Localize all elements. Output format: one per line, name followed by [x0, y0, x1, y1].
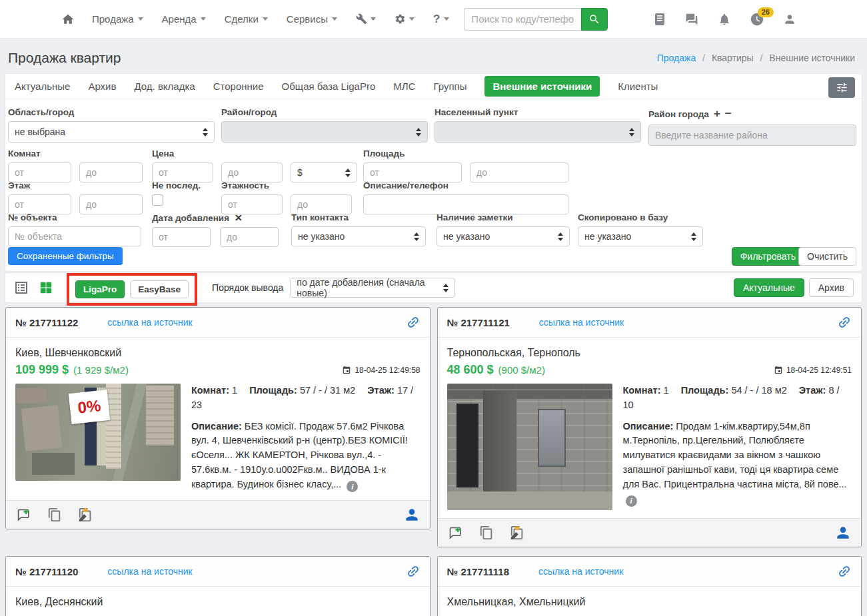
clear-filter-button[interactable]: Очистить — [798, 247, 856, 266]
chevron-down-icon — [138, 17, 143, 21]
date-to-input[interactable] — [220, 227, 279, 247]
link-chain-icon[interactable] — [834, 312, 854, 332]
select-arrows-icon — [414, 232, 419, 241]
rooms-from-input[interactable] — [8, 162, 71, 182]
filter-date-added: Дата добавления✕ — [152, 212, 279, 247]
not-last-floor-checkbox[interactable] — [152, 194, 163, 206]
area-from-input[interactable] — [363, 162, 462, 182]
journal-icon[interactable] — [654, 13, 666, 26]
search-button[interactable] — [581, 8, 608, 31]
info-icon[interactable]: i — [626, 495, 637, 507]
tab-third-party[interactable]: Сторонние — [213, 81, 264, 92]
settlement-select[interactable] — [434, 121, 641, 143]
area-to-input[interactable] — [470, 162, 568, 182]
settings-menu[interactable] — [395, 13, 415, 25]
breadcrumb: Продажа / Квартиры / Внешние источники — [657, 53, 855, 63]
copy-icon[interactable] — [47, 507, 62, 522]
object-number-input[interactable] — [8, 226, 141, 246]
rooms-to-input[interactable] — [79, 162, 143, 182]
history-clock-icon[interactable]: 26 — [750, 12, 764, 27]
saved-filters-button[interactable]: Сохраненные фильтры — [8, 247, 123, 265]
grid-view-icon[interactable] — [39, 280, 53, 295]
source-ligapro-button[interactable]: LigaPro — [75, 280, 125, 298]
floor-from-input[interactable] — [8, 194, 71, 214]
listing-photo[interactable] — [447, 384, 612, 510]
filter-button[interactable]: Фильтровать — [732, 247, 804, 266]
list-view-icon[interactable] — [13, 280, 29, 296]
tab-external-sources[interactable]: Внешние источники — [484, 76, 600, 97]
tab-actual[interactable]: Актуальные — [15, 81, 70, 92]
price-to-input[interactable] — [221, 162, 283, 182]
area-value: 54 / - / 18 м2 — [731, 385, 786, 396]
tab-clients[interactable]: Клиенты — [618, 81, 658, 92]
copy-icon[interactable] — [479, 525, 494, 540]
copied-to-base-select[interactable]: не указано — [578, 226, 703, 246]
nav-menu-sales[interactable]: Продажа — [92, 13, 143, 25]
link-chain-icon[interactable] — [834, 561, 854, 581]
bell-icon[interactable] — [718, 13, 731, 26]
link-chain-icon[interactable] — [403, 312, 423, 332]
main-menu: Продажа Аренда Сделки Сервисы ? — [92, 13, 449, 26]
card-header: № 217711120 ссылка на источник — [6, 557, 430, 587]
price-from-input[interactable] — [152, 162, 213, 182]
breadcrumb-sales[interactable]: Продажа — [657, 53, 696, 63]
nav-menu-services[interactable]: Сервисы — [287, 13, 337, 25]
nav-menu-deals[interactable]: Сделки — [225, 13, 268, 25]
copy-edit-icon[interactable] — [78, 507, 93, 522]
tab-additional[interactable]: Дод. вкладка — [134, 81, 195, 92]
nav-menu-rent[interactable]: Аренда — [162, 13, 206, 25]
filter-area: Площадь — [363, 149, 568, 182]
listing-location: Тернопольская, Тернополь — [447, 347, 852, 359]
floors-total-to-input[interactable] — [291, 194, 352, 214]
contact-type-select[interactable]: не указано — [291, 226, 426, 246]
select-arrows-icon — [416, 128, 421, 137]
status-archive-button[interactable]: Архив — [809, 278, 854, 297]
description-phone-input[interactable] — [363, 194, 568, 214]
tab-archive[interactable]: Архив — [88, 81, 116, 92]
search-input[interactable] — [464, 8, 581, 31]
floors-total-from-input[interactable] — [221, 194, 283, 214]
city-district-input[interactable] — [648, 125, 856, 146]
home-icon[interactable] — [61, 13, 75, 26]
card-body: Хмельницкая, Хмельницкий — [438, 587, 862, 616]
source-link[interactable]: ссылка на источник — [538, 566, 623, 577]
sort-order-select[interactable]: по дате добавления (сначала новые) — [290, 278, 455, 298]
tab-mls[interactable]: МЛС — [393, 81, 415, 92]
clear-date-icon[interactable]: ✕ — [235, 212, 243, 223]
status-actual-button[interactable]: Актуальные — [734, 278, 804, 297]
tools-menu[interactable] — [356, 13, 376, 25]
help-menu[interactable]: ? — [433, 13, 449, 26]
tab-ligapro-base[interactable]: Общая база LigaPro — [282, 81, 376, 92]
agent-icon[interactable] — [403, 506, 421, 523]
filter-settings-button[interactable] — [828, 77, 855, 98]
region-select[interactable]: не выбрана — [8, 121, 215, 143]
district-select[interactable] — [221, 121, 428, 143]
chats-icon[interactable] — [684, 13, 699, 26]
floor-to-input[interactable] — [79, 194, 143, 214]
date-from-input[interactable] — [152, 227, 211, 247]
add-note-chat-icon[interactable] — [15, 507, 31, 523]
minus-icon[interactable]: − — [725, 107, 732, 120]
add-note-chat-icon[interactable] — [447, 525, 463, 541]
source-link[interactable]: ссылка на источник — [107, 566, 192, 577]
source-link[interactable]: ссылка на источник — [539, 317, 624, 328]
info-icon[interactable]: i — [347, 481, 358, 492]
source-link[interactable]: ссылка на источник — [107, 317, 192, 328]
user-icon[interactable] — [783, 13, 796, 26]
card-header: № 217711122 ссылка на источник — [6, 308, 430, 338]
link-chain-icon[interactable] — [403, 561, 423, 581]
note-presence-select[interactable]: не указано — [436, 226, 570, 246]
plus-icon[interactable]: + — [714, 107, 720, 120]
listing-location: Хмельницкая, Хмельницкий — [447, 596, 852, 608]
listing-card: № 217711118 ссылка на источник Хмельницк… — [437, 556, 862, 616]
copy-edit-icon[interactable] — [510, 525, 524, 540]
price-row: 109 999 $ (1 929 $/м2) 18-04-25 12:49:58 — [15, 363, 421, 377]
currency-select[interactable]: $ — [291, 162, 357, 182]
listing-photo[interactable]: 0% — [15, 384, 181, 481]
agent-icon[interactable] — [834, 524, 852, 541]
listing-details: Комнат: 1 Площадь: 57 / - / 31 м2 Этаж: … — [191, 384, 421, 492]
filter-floor: Этаж — [8, 180, 143, 214]
chevron-down-icon — [263, 17, 268, 21]
tab-groups[interactable]: Группы — [433, 81, 466, 92]
source-easybase-button[interactable]: EasyBase — [130, 280, 189, 298]
